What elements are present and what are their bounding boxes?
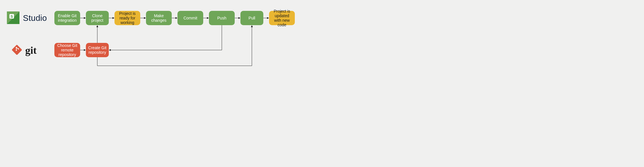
studio-label: Studio xyxy=(23,13,47,23)
arrow-create-to-pull xyxy=(97,25,252,66)
git-logo: git xyxy=(11,44,37,56)
node-choose-remote: Choose Git remote repository xyxy=(54,43,80,57)
node-push: Push xyxy=(209,11,235,25)
git-icon xyxy=(11,45,22,56)
node-create-repo: Create Git repository xyxy=(86,43,109,57)
svg-text:S: S xyxy=(11,14,13,19)
node-project-ready: Project is ready for working xyxy=(114,11,140,25)
arrow-push-to-create xyxy=(109,25,222,50)
node-project-updated: Project is updated with new code xyxy=(269,11,295,25)
studio-logo: S Studio xyxy=(7,11,47,25)
diagram-canvas: S Studio git Enable Git integration Clon… xyxy=(0,0,429,111)
node-make-changes: Make changes xyxy=(146,11,172,25)
node-clone-project: Clone project xyxy=(86,11,109,25)
svg-rect-4 xyxy=(12,45,22,55)
node-enable-git: Enable Git integration xyxy=(54,11,80,25)
node-pull: Pull xyxy=(240,11,263,25)
node-commit: Commit xyxy=(177,11,203,25)
studio-icon: S xyxy=(7,11,19,25)
git-label: git xyxy=(25,44,37,56)
